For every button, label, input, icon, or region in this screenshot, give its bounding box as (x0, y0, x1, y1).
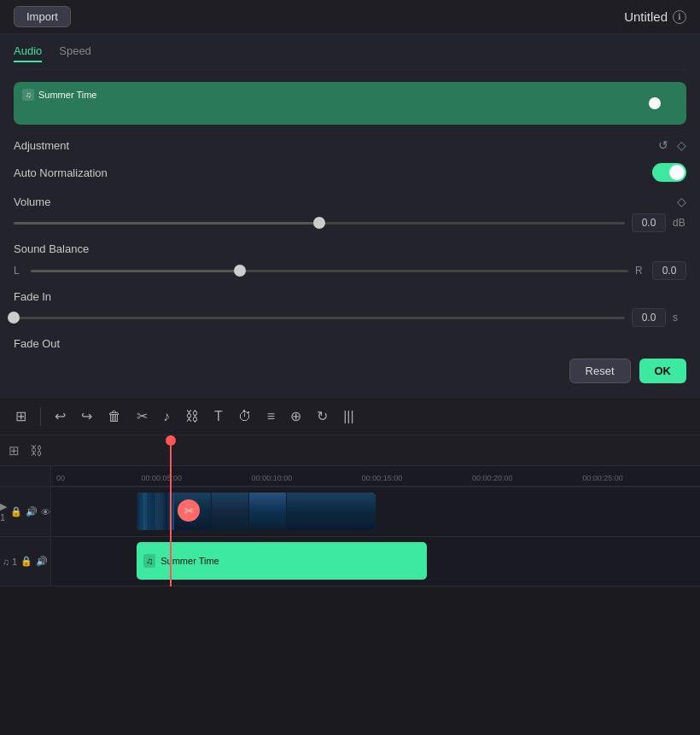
audio-track-header: ♫ 1 🔒 🔊 (0, 537, 51, 586)
video-track-content: ✂ (51, 487, 700, 536)
toolbar-redo-icon[interactable]: ↪ (78, 405, 96, 428)
toolbar-divider-1 (40, 407, 41, 426)
video-eye-icon[interactable]: 👁 (41, 507, 50, 517)
balance-slider-fill (31, 270, 240, 272)
frame-3 (249, 493, 287, 530)
toolbar-adjust-icon[interactable]: ≡ (264, 405, 278, 428)
waveform-thumb[interactable] (649, 97, 661, 109)
fade-in-unit: s (673, 312, 686, 324)
toolbar-text-icon[interactable]: T (211, 405, 226, 428)
import-button[interactable]: Import (14, 6, 71, 27)
volume-slider-track[interactable] (14, 222, 625, 225)
audio-clip-wave: const ab = []; for (let i = 0; i < 80; i… (225, 548, 420, 574)
balance-value[interactable]: 0.0 (652, 261, 686, 280)
auto-normalization-toggle[interactable] (652, 163, 686, 182)
toolbar-grid-icon[interactable]: ⊞ (12, 405, 30, 428)
action-row: Reset OK (14, 359, 686, 383)
volume-value[interactable]: 0.0 (632, 213, 666, 232)
volume-header: Volume ◇ (14, 195, 686, 208)
timeline-controls: ⊞ ⛓ (0, 435, 700, 466)
ruler-ticks-svg: const ticks = []; for (let i = 0; i <= 1… (51, 477, 700, 486)
audio-track-row: ♫ 1 🔒 🔊 ♫ Summer Time const ab = []; for… (0, 537, 700, 586)
audio-waveform-svg: const ab = []; for (let i = 0; i < 80; i… (225, 548, 420, 574)
fade-in-section: Fade In 0.0 s (14, 290, 686, 327)
toolbar-delete-icon[interactable]: 🗑 (104, 405, 125, 428)
video-clip-body (174, 493, 376, 530)
fade-in-slider-track[interactable] (14, 317, 625, 319)
volume-label: Volume (14, 195, 50, 208)
audio-clip-icon: ♫ (143, 554, 155, 568)
waveform-track-name: Summer Time (38, 90, 96, 100)
adjustment-icons: ↺ ◇ (658, 138, 686, 152)
ruler-spacer (0, 466, 51, 487)
audio-lock-icon[interactable]: 🔒 (20, 556, 32, 567)
ruler-row: 00 00:00:05:00 00:00:10:00 00:00:15:00 0… (0, 466, 700, 487)
frame-rest (287, 493, 376, 530)
video-lock-icon[interactable]: 🔒 (10, 506, 22, 517)
diamond-icon-btn[interactable]: ◇ (677, 138, 686, 152)
playhead-scissors: ✂ (178, 499, 200, 522)
adjustment-label: Adjustment (14, 139, 69, 152)
adjustment-header: Adjustment ↺ ◇ (14, 138, 686, 152)
audio-clip-label: Summer Time (160, 556, 219, 566)
toolbar-timer-icon[interactable]: ⏱ (235, 405, 255, 428)
auto-normalization-row: Auto Normalization (14, 160, 686, 184)
volume-diamond-icon[interactable]: ◇ (677, 195, 686, 208)
volume-slider-row: 0.0 dB (14, 213, 686, 232)
title-area: Untitled ℹ (624, 9, 686, 24)
right-label: R (635, 265, 645, 277)
volume-unit: dB (673, 217, 686, 229)
balance-slider-thumb[interactable] (234, 265, 246, 277)
video-clip[interactable] (137, 493, 376, 530)
left-label: L (14, 265, 24, 277)
frame-2 (212, 493, 249, 530)
toolbar-audio-icon[interactable]: ♪ (160, 405, 173, 428)
waveform-svg: // Generate waveform bars inline const b… (14, 82, 686, 125)
fade-in-row: 0.0 s (14, 308, 686, 327)
toolbar-undo-icon[interactable]: ↩ (51, 405, 69, 428)
tab-speed[interactable]: Speed (59, 44, 91, 62)
audio-mute-icon[interactable]: 🔊 (36, 556, 48, 567)
volume-slider-thumb[interactable] (313, 217, 325, 229)
toolbar-cut-icon[interactable]: ✂ (133, 405, 151, 428)
timeline-area: ⊞ ⛓ 00 00:00:05:00 00:00:10:00 00:00:15:… (0, 435, 700, 586)
auto-normalization-label: Auto Normalization (14, 166, 108, 179)
fade-in-slider-thumb[interactable] (8, 312, 20, 324)
fade-in-value[interactable]: 0.0 (632, 308, 666, 327)
toolbar-refresh-icon[interactable]: ↻ (313, 405, 331, 428)
video-audio-icon[interactable]: 🔊 (26, 506, 38, 517)
audio-clip[interactable]: ♫ Summer Time const ab = []; for (let i … (137, 542, 427, 580)
ruler: 00 00:00:05:00 00:00:10:00 00:00:15:00 0… (51, 466, 700, 487)
volume-slider-fill (14, 222, 319, 225)
toolbar-link-icon[interactable]: ⛓ (182, 405, 202, 428)
audio-track-content: ♫ Summer Time const ab = []; for (let i … (51, 537, 700, 586)
video-track-row: ▶ 1 🔒 🔊 👁 (0, 487, 700, 537)
info-icon[interactable]: ℹ (673, 10, 686, 24)
project-title: Untitled (624, 9, 668, 24)
volume-section: Volume ◇ 0.0 dB (14, 195, 686, 232)
toolbar-bars-icon[interactable]: ||| (340, 405, 357, 428)
film-frames (174, 493, 376, 530)
sound-balance-section: Sound Balance L R 0.0 (14, 241, 686, 280)
fade-out-section: Fade Out (14, 337, 686, 350)
fade-out-label: Fade Out (14, 337, 686, 350)
audio-track-num: ♫ 1 (3, 557, 17, 567)
clip-film-strip (137, 493, 174, 530)
toolbar-add-icon[interactable]: ⊕ (287, 405, 305, 428)
top-bar: Import Untitled ℹ (0, 0, 700, 34)
ok-button[interactable]: OK (639, 359, 687, 383)
music-icon: ♫ (22, 89, 34, 101)
reset-button[interactable]: Reset (569, 359, 631, 383)
reset-icon-btn[interactable]: ↺ (658, 138, 668, 152)
timeline-link-icon[interactable]: ⛓ (30, 443, 43, 458)
waveform-container: ♫ Summer Time // Generate waveform bars … (14, 82, 686, 125)
timeline-grid-icon[interactable]: ⊞ (9, 443, 20, 458)
balance-slider-track[interactable] (31, 270, 628, 272)
sound-balance-label: Sound Balance (14, 242, 89, 255)
fade-in-label: Fade In (14, 290, 686, 303)
tab-bar: Audio Speed (14, 34, 686, 70)
audio-panel: Audio Speed ♫ Summer Time // Generate wa… (0, 34, 700, 398)
balance-slider-row: L R 0.0 (14, 261, 686, 280)
toggle-thumb (669, 165, 685, 180)
tab-audio[interactable]: Audio (14, 44, 42, 62)
